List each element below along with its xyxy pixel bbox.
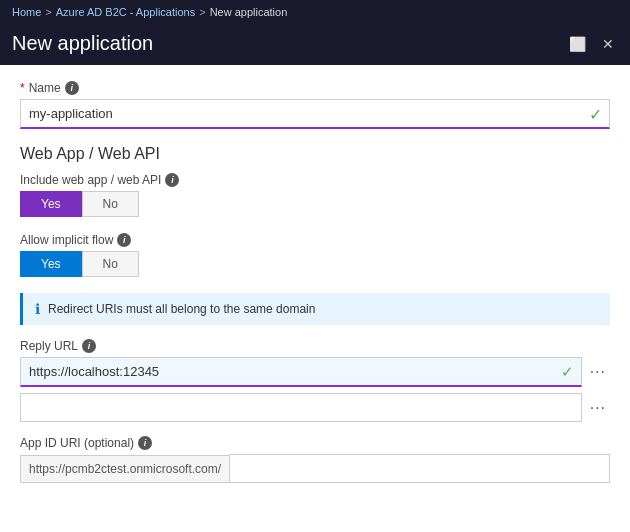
include-webapp-label: Include web app / web API i <box>20 173 610 187</box>
include-webapp-no-button[interactable]: No <box>82 191 139 217</box>
redirect-uri-notice: ℹ Redirect URIs must all belong to the s… <box>20 293 610 325</box>
name-info-icon[interactable]: i <box>65 81 79 95</box>
app-id-uri-label: App ID URI (optional) i <box>20 436 610 450</box>
allow-implicit-yes-button[interactable]: Yes <box>20 251 82 277</box>
breadcrumb-azure-ad[interactable]: Azure AD B2C - Applications <box>56 6 195 18</box>
reply-url-wrapper: ✓ ··· <box>20 357 610 387</box>
include-webapp-toggle-group: Yes No <box>20 191 610 217</box>
minimize-button[interactable]: ⬜ <box>565 34 590 54</box>
include-webapp-yes-button[interactable]: Yes <box>20 191 82 217</box>
app-id-uri-input[interactable] <box>229 454 610 483</box>
reply-url-label-text: Reply URL <box>20 339 78 353</box>
reply-url-empty-wrapper: ··· <box>20 393 610 422</box>
title-bar-actions: ⬜ ✕ <box>565 34 618 54</box>
content-area[interactable]: * Name i ✓ Web App / Web API Include web… <box>0 65 630 532</box>
allow-implicit-toggle-group: Yes No <box>20 251 610 277</box>
app-id-uri-row: https://pcmb2ctest.onmicrosoft.com/ <box>20 454 610 483</box>
name-checkmark-icon: ✓ <box>589 105 602 124</box>
reply-url-label: Reply URL i <box>20 339 610 353</box>
breadcrumb-current: New application <box>210 6 288 18</box>
app-id-uri-wrapper: App ID URI (optional) i https://pcmb2cte… <box>20 436 610 483</box>
title-bar: New application ⬜ ✕ <box>0 24 630 65</box>
breadcrumb-bar: Home > Azure AD B2C - Applications > New… <box>0 0 630 24</box>
name-label-text: Name <box>29 81 61 95</box>
notice-info-icon: ℹ <box>35 301 40 317</box>
required-indicator: * <box>20 81 25 95</box>
web-app-section-heading: Web App / Web API <box>20 145 610 163</box>
app-id-uri-prefix: https://pcmb2ctest.onmicrosoft.com/ <box>20 455 229 483</box>
breadcrumb-sep1: > <box>45 6 51 18</box>
app-id-uri-label-text: App ID URI (optional) <box>20 436 134 450</box>
name-input[interactable] <box>20 99 610 129</box>
reply-url-info-icon[interactable]: i <box>82 339 96 353</box>
allow-implicit-label-text: Allow implicit flow <box>20 233 113 247</box>
app-id-uri-info-icon[interactable]: i <box>138 436 152 450</box>
notice-text: Redirect URIs must all belong to the sam… <box>48 302 315 316</box>
breadcrumb-sep2: > <box>199 6 205 18</box>
close-button[interactable]: ✕ <box>598 34 618 54</box>
allow-implicit-no-button[interactable]: No <box>82 251 139 277</box>
breadcrumb-home[interactable]: Home <box>12 6 41 18</box>
name-input-wrapper: ✓ <box>20 99 610 129</box>
reply-url-input[interactable] <box>20 357 582 387</box>
name-field-label: * Name i <box>20 81 610 95</box>
reply-url-empty-input[interactable] <box>20 393 582 422</box>
page-title: New application <box>12 32 153 55</box>
include-webapp-label-text: Include web app / web API <box>20 173 161 187</box>
reply-url-ellipsis-button[interactable]: ··· <box>586 363 610 381</box>
reply-url-checkmark-icon: ✓ <box>561 363 574 381</box>
include-webapp-info-icon[interactable]: i <box>165 173 179 187</box>
allow-implicit-label: Allow implicit flow i <box>20 233 610 247</box>
reply-url-empty-ellipsis-button[interactable]: ··· <box>586 399 610 417</box>
allow-implicit-info-icon[interactable]: i <box>117 233 131 247</box>
